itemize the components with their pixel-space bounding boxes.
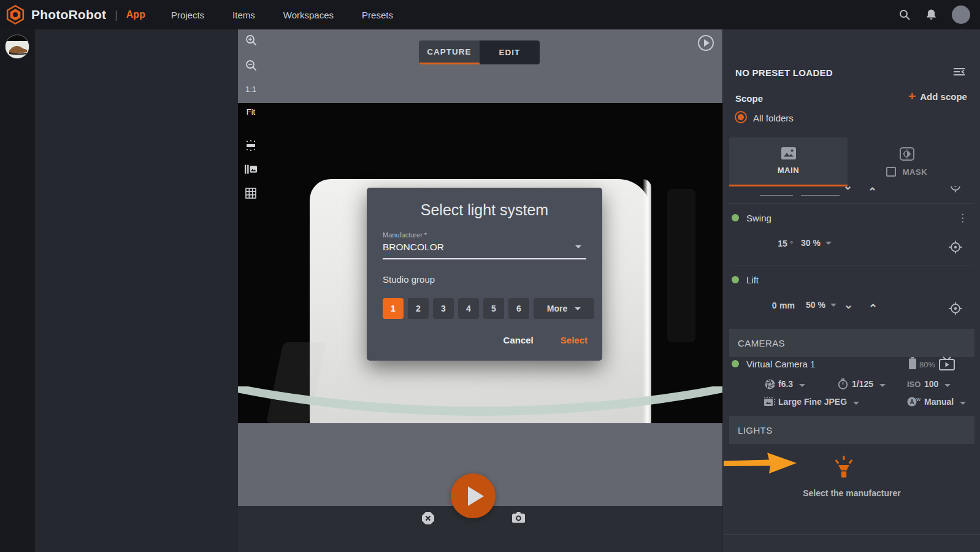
group-button-1[interactable]: 1	[383, 298, 404, 319]
capture-edit-toggle: CAPTURE EDIT	[419, 40, 540, 64]
lights-section-header: LIGHTS	[729, 416, 974, 444]
chevron-down-icon[interactable]	[575, 245, 581, 248]
tab-mask-label: MASK	[903, 167, 928, 177]
light-strip-icon[interactable]	[245, 140, 257, 151]
photorobot-app: PhotoRobot | App Projects Items Workspac…	[0, 0, 980, 552]
nav-item-projects[interactable]: Projects	[171, 10, 204, 20]
test-shots-panel-icon[interactable]	[245, 164, 257, 174]
format-dropdown[interactable]: Large Fine JPEG	[778, 397, 859, 407]
aperture-icon	[765, 379, 775, 389]
swing-speed-dropdown[interactable]: 30 %	[801, 238, 832, 248]
zoom-fit-button[interactable]: Fit	[247, 107, 255, 117]
add-scope-button[interactable]: + Add scope	[908, 91, 967, 102]
chevron-down-icon[interactable]: ⌄	[843, 186, 852, 193]
svg-text:W: W	[916, 397, 921, 402]
target-icon[interactable]	[949, 240, 962, 254]
circle-play-icon[interactable]	[698, 35, 714, 51]
user-avatar[interactable]	[952, 6, 970, 24]
shoot-sidebar	[35, 29, 238, 552]
photorobot-logo-icon[interactable]	[5, 4, 26, 25]
lift-speed-dropdown[interactable]: 50 %	[806, 300, 836, 310]
iso-label: ISO	[907, 380, 921, 389]
image-format-icon	[764, 397, 775, 407]
tab-main-label: MAIN	[778, 166, 800, 175]
dropdown-caret-icon	[960, 402, 966, 405]
all-folders-radio[interactable]	[735, 111, 747, 123]
degree-unit: °	[790, 240, 793, 248]
select-light-system-dialog: Select light system Manufacturer * BRONC…	[367, 188, 602, 361]
manufacturer-underline	[383, 258, 586, 259]
swing-label: Swing	[746, 213, 771, 223]
plus-icon: +	[908, 91, 916, 102]
image-icon	[781, 147, 796, 159]
target-icon[interactable]	[949, 302, 962, 315]
torch-icon	[832, 456, 856, 480]
chevron-down-icon[interactable]: ⌄	[844, 298, 853, 312]
select-button[interactable]: Select	[561, 335, 588, 345]
group-button-5[interactable]: 5	[483, 298, 504, 319]
lift-value-input[interactable]: 0 mm	[760, 300, 795, 311]
dropdown-caret-icon	[853, 402, 859, 405]
zoom-actual-button[interactable]: 1:1	[245, 85, 256, 94]
group-button-6[interactable]: 6	[508, 298, 529, 319]
cancel-button[interactable]: Cancel	[503, 335, 534, 345]
preset-status: NO PRESET LOADED	[735, 67, 833, 78]
live-view-icon[interactable]	[939, 356, 955, 370]
collapse-panel-icon[interactable]	[954, 67, 965, 76]
top-navbar: PhotoRobot | App Projects Items Workspac…	[0, 0, 980, 29]
group-button-2[interactable]: 2	[408, 298, 429, 319]
dropdown-caret-icon	[799, 384, 805, 387]
capture-photo-icon[interactable]	[512, 512, 525, 523]
group-button-4[interactable]: 4	[458, 298, 479, 319]
chevron-up-icon[interactable]: ⌃	[868, 302, 878, 315]
shutter-timer-icon	[838, 378, 848, 389]
tab-mask[interactable]: MASK	[848, 137, 966, 186]
dropdown-caret-icon	[944, 384, 951, 387]
mask-checkbox[interactable]	[886, 167, 896, 177]
three-dot-menu-icon[interactable]: ⋮	[957, 212, 968, 224]
group-more-button[interactable]: More	[534, 298, 594, 319]
all-folders-label: All folders	[753, 113, 794, 123]
zoom-in-icon[interactable]	[245, 34, 257, 46]
manufacturer-select[interactable]: BRONCOLOR	[383, 242, 444, 253]
studio-group-label: Studio group	[383, 274, 435, 285]
shutter-dropdown[interactable]: 1/125	[852, 379, 886, 389]
iso-dropdown[interactable]: 100	[924, 379, 951, 389]
aperture-dropdown[interactable]: f6.3	[778, 379, 805, 389]
nav-item-presets[interactable]: Presets	[362, 10, 393, 20]
item-thumbnail[interactable]	[5, 34, 29, 59]
camera-name: Virtual Camera 1	[746, 359, 815, 369]
start-capture-button[interactable]	[451, 473, 496, 518]
white-balance-dropdown[interactable]: Manual	[924, 397, 966, 407]
lift-label: Lift	[746, 275, 759, 285]
dropdown-caret-icon	[830, 304, 836, 307]
target-icon[interactable]	[949, 186, 962, 193]
exposure-icon	[900, 147, 914, 161]
glass-turntable-edge	[238, 386, 722, 422]
search-icon[interactable]	[898, 9, 911, 21]
lift-status-dot	[732, 276, 739, 283]
manufacturer-label: Manufacturer *	[383, 231, 427, 239]
nav-item-workspaces[interactable]: Workspaces	[283, 10, 334, 20]
scrolled-axis-row: ⌄ ⌃	[723, 186, 980, 203]
virtual-workspace-button[interactable]: Virtual Workspace	[723, 534, 980, 552]
bell-icon[interactable]	[925, 9, 937, 21]
group-button-3[interactable]: 3	[433, 298, 454, 319]
brand-name: PhotoRobot	[31, 7, 106, 22]
main-nav: Projects Items Workspaces Presets	[171, 10, 393, 20]
swing-angle-input[interactable]: 15 °	[760, 238, 793, 249]
dropdown-caret-icon	[825, 242, 832, 245]
camera-status-dot	[732, 360, 739, 367]
zoom-out-icon[interactable]	[245, 59, 257, 71]
left-rail	[0, 29, 35, 552]
tab-main[interactable]: MAIN	[729, 137, 848, 186]
mm-unit: mm	[779, 301, 795, 310]
grid-icon[interactable]	[245, 188, 256, 199]
tab-edit[interactable]: EDIT	[480, 40, 540, 64]
arrow-right-icon	[722, 448, 798, 480]
cancel-capture-icon[interactable]	[421, 512, 435, 525]
brand-divider: |	[115, 9, 118, 21]
tab-capture[interactable]: CAPTURE	[419, 40, 480, 64]
nav-item-items[interactable]: Items	[232, 10, 255, 20]
chevron-up-icon[interactable]: ⌃	[868, 186, 877, 199]
